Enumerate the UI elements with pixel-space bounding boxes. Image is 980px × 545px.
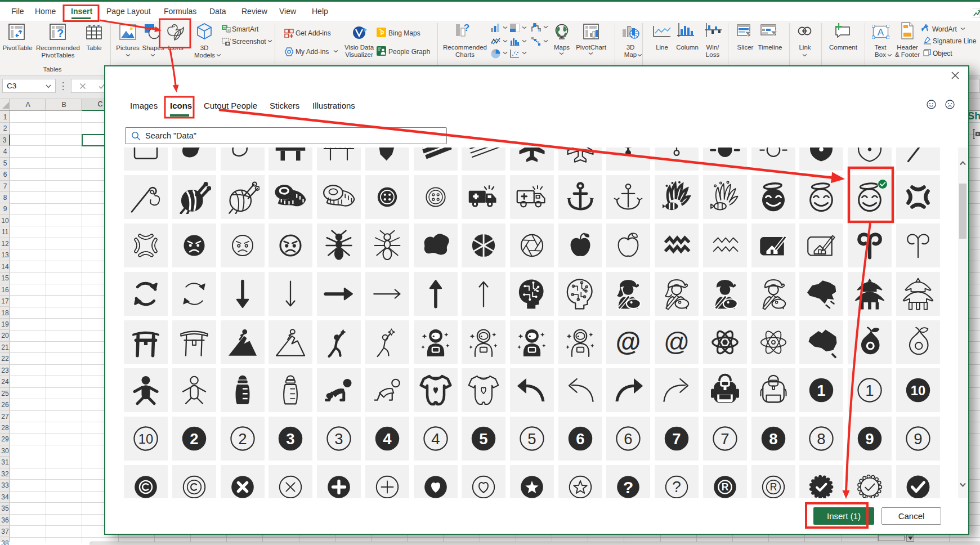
svg-text:1: 1 [817, 382, 826, 399]
svg-text:10: 10 [910, 383, 925, 398]
svg-text:9: 9 [865, 430, 874, 448]
svg-text:7: 7 [721, 430, 729, 448]
svg-text:5: 5 [480, 430, 488, 448]
svg-text:8: 8 [817, 430, 826, 448]
svg-text:3: 3 [287, 430, 295, 448]
svg-text:3: 3 [334, 430, 343, 448]
svg-text:5: 5 [527, 430, 536, 448]
svg-text:@: @ [616, 328, 641, 356]
svg-text:2: 2 [190, 430, 198, 448]
svg-text:@: @ [664, 328, 690, 356]
svg-text:1: 1 [865, 382, 874, 399]
svg-text:?: ? [57, 27, 64, 39]
svg-text:9: 9 [914, 430, 922, 448]
svg-text:10: 10 [138, 431, 153, 446]
svg-text:A: A [878, 27, 884, 38]
svg-text:4: 4 [383, 430, 392, 448]
svg-text:8: 8 [769, 430, 777, 448]
svg-text:6: 6 [576, 430, 584, 448]
svg-text:7: 7 [672, 430, 681, 448]
svg-text:2: 2 [238, 430, 247, 448]
svg-text:?: ? [623, 478, 634, 497]
svg-text:6: 6 [624, 430, 633, 448]
svg-text:+: + [230, 38, 231, 42]
svg-text:?: ? [672, 479, 681, 496]
svg-text:?: ? [464, 23, 469, 33]
svg-text:R: R [721, 482, 728, 493]
svg-text:4: 4 [431, 430, 440, 448]
svg-text:R: R [769, 482, 777, 493]
